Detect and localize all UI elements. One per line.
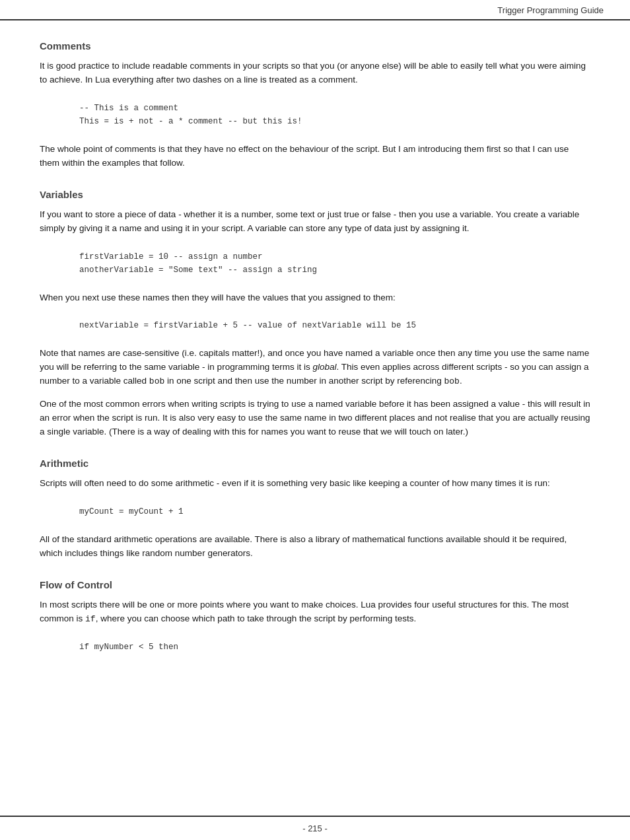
code-line: myCount = myCount + 1 bbox=[79, 505, 590, 518]
section-arithmetic: Arithmetic Scripts will often need to do… bbox=[40, 458, 590, 561]
foc-paragraph-1: In most scripts there will be one or mor… bbox=[40, 598, 590, 626]
heading-comments: Comments bbox=[40, 40, 590, 52]
section-variables: Variables If you want to store a piece o… bbox=[40, 189, 590, 440]
arithmetic-code-block: myCount = myCount + 1 bbox=[40, 500, 590, 524]
heading-variables: Variables bbox=[40, 189, 590, 200]
variables-paragraph-1: If you want to store a piece of data - w… bbox=[40, 208, 590, 236]
foc-code-block: if myNumber < 5 then bbox=[40, 635, 590, 659]
comments-code-block: -- This is a comment This = is + not - a… bbox=[40, 96, 590, 133]
variables-code-block-2: nextVariable = firstVariable + 5 -- valu… bbox=[40, 314, 590, 337]
code-line: firstVariable = 10 -- assign a number bbox=[79, 250, 590, 263]
comments-paragraph-2: The whole point of comments is that they… bbox=[40, 143, 590, 170]
page-number: - 215 - bbox=[302, 823, 328, 833]
italic-text: global bbox=[312, 362, 336, 372]
arithmetic-paragraph-1: Scripts will often need to do some arith… bbox=[40, 477, 590, 491]
content-area: Comments It is good practice to include … bbox=[0, 20, 630, 816]
variables-paragraph-3: Note that names are case-sensitive (i.e.… bbox=[40, 347, 590, 388]
inline-code-bob2: bob bbox=[444, 376, 460, 386]
header-title: Trigger Programming Guide bbox=[497, 5, 604, 15]
code-line: if myNumber < 5 then bbox=[79, 641, 590, 654]
page-container: Trigger Programming Guide Comments It is… bbox=[0, 0, 630, 840]
heading-flow-of-control: Flow of Control bbox=[40, 579, 590, 590]
header-bar: Trigger Programming Guide bbox=[0, 0, 630, 20]
code-line: -- This is a comment bbox=[79, 102, 590, 115]
code-line: nextVariable = firstVariable + 5 -- valu… bbox=[79, 319, 590, 332]
inline-code-bob1: bob bbox=[149, 376, 164, 386]
arithmetic-paragraph-2: All of the standard arithmetic operation… bbox=[40, 533, 590, 561]
code-line: This = is + not - a * comment -- but thi… bbox=[79, 115, 590, 128]
comments-paragraph-1: It is good practice to include readable … bbox=[40, 59, 590, 87]
inline-code-if: if bbox=[85, 614, 96, 624]
footer-bar: - 215 - bbox=[0, 816, 630, 840]
variables-code-block-1: firstVariable = 10 -- assign a number an… bbox=[40, 245, 590, 282]
variables-paragraph-2: When you next use these names then they … bbox=[40, 291, 590, 305]
section-flow-of-control: Flow of Control In most scripts there wi… bbox=[40, 579, 590, 659]
variables-paragraph-4: One of the most common errors when writi… bbox=[40, 398, 590, 439]
code-line: anotherVariable = "Some text" -- assign … bbox=[79, 263, 590, 277]
heading-arithmetic: Arithmetic bbox=[40, 458, 590, 469]
section-comments: Comments It is good practice to include … bbox=[40, 40, 590, 170]
